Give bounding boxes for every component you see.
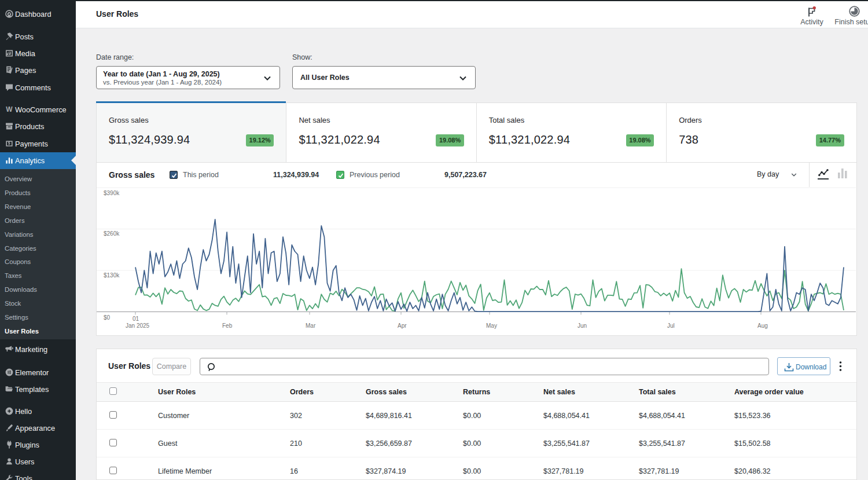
svg-text:W: W bbox=[6, 105, 13, 113]
